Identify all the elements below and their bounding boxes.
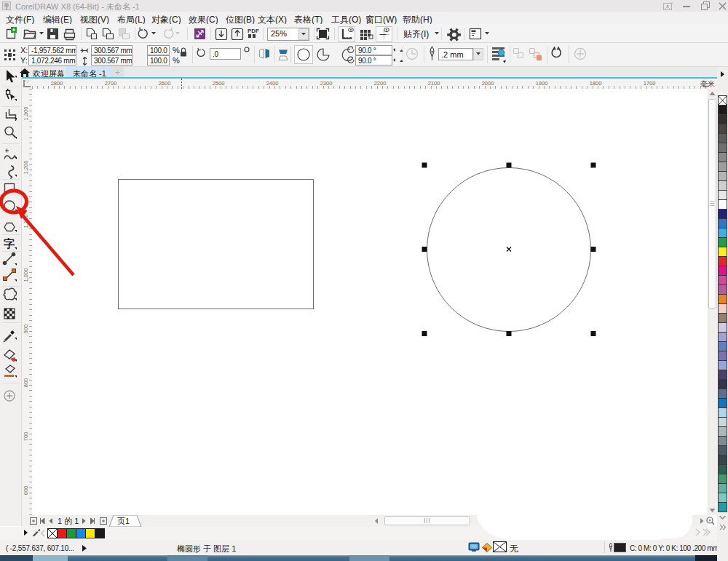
svg-text:1,200: 1,200 xyxy=(23,161,29,175)
svg-text:25%: 25% xyxy=(271,29,287,38)
svg-text:2000: 2000 xyxy=(482,80,494,87)
svg-text:1800: 1800 xyxy=(590,80,602,87)
svg-text:2100: 2100 xyxy=(428,80,440,87)
svg-text:1,300: 1,300 xyxy=(23,107,29,121)
svg-text:1,000: 1,000 xyxy=(23,268,29,282)
svg-text:700: 700 xyxy=(23,432,29,442)
svg-text:800: 800 xyxy=(23,378,29,388)
svg-text:页1: 页1 xyxy=(117,517,130,525)
svg-text:字: 字 xyxy=(4,237,15,250)
svg-text:1900: 1900 xyxy=(536,80,548,87)
svg-text:2600: 2600 xyxy=(159,80,171,87)
svg-text:1,100: 1,100 xyxy=(23,215,29,228)
svg-text:600: 600 xyxy=(23,486,29,496)
svg-text:1 的 1: 1 的 1 xyxy=(58,517,79,525)
svg-text:2300: 2300 xyxy=(320,80,333,87)
svg-text:1700: 1700 xyxy=(644,80,656,87)
svg-text:900: 900 xyxy=(23,325,29,334)
svg-text:PDF: PDF xyxy=(248,28,259,34)
svg-text:2200: 2200 xyxy=(374,80,387,87)
svg-text:2400: 2400 xyxy=(266,80,279,87)
svg-text:2700: 2700 xyxy=(105,80,117,87)
svg-text:2800: 2800 xyxy=(51,80,63,87)
svg-text:2500: 2500 xyxy=(213,80,225,87)
